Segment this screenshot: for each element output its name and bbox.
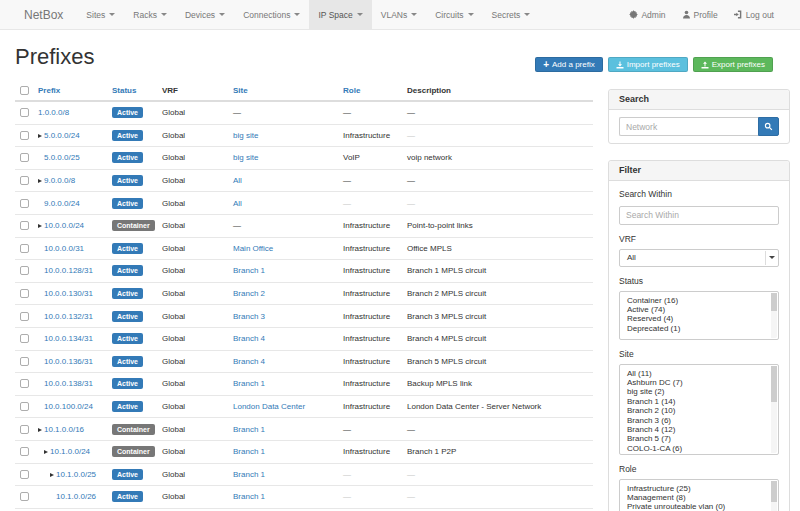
site-link[interactable]: All: [233, 199, 242, 208]
import-prefixes-button[interactable]: Import prefixes: [608, 57, 688, 72]
nav-item-circuits[interactable]: Circuits: [426, 0, 482, 29]
nav-item-ip-space[interactable]: IP Space: [309, 0, 371, 29]
row-checkbox[interactable]: [20, 176, 29, 185]
vrf-select[interactable]: All: [619, 249, 779, 267]
multiselect-option[interactable]: Deprecated (1): [627, 324, 769, 333]
scrollbar-thumb[interactable]: [771, 293, 777, 312]
site-multiselect[interactable]: All (11)Ashburn DC (7)big site (2)Branch…: [619, 364, 779, 455]
prefix-link[interactable]: 10.1.0.0/24: [50, 447, 90, 456]
site-link[interactable]: All: [233, 176, 242, 185]
multiselect-option[interactable]: Branch 1 (14): [627, 397, 769, 406]
multiselect-option[interactable]: All (11): [627, 369, 769, 378]
prefix-link[interactable]: 10.1.0.0/25: [56, 470, 96, 479]
row-checkbox[interactable]: [20, 131, 29, 140]
site-link[interactable]: Branch 1: [233, 379, 265, 388]
prefix-link[interactable]: 10.0.0.128/31: [44, 266, 93, 275]
prefix-link[interactable]: 5.0.0.0/24: [44, 131, 80, 140]
log-out-link[interactable]: Log out: [726, 0, 782, 29]
site-link[interactable]: Main Office: [233, 244, 273, 253]
site-link[interactable]: Branch 1: [233, 470, 265, 479]
row-checkbox[interactable]: [20, 312, 29, 321]
nav-item-vlans[interactable]: VLANs: [372, 0, 426, 29]
site-link[interactable]: Branch 2: [233, 289, 265, 298]
nav-item-secrets[interactable]: Secrets: [483, 0, 540, 29]
scrollbar-track[interactable]: [771, 366, 777, 453]
prefix-link[interactable]: 10.0.0.136/31: [44, 357, 93, 366]
multiselect-option[interactable]: big site (2): [627, 387, 769, 396]
site-link[interactable]: big site: [233, 131, 258, 140]
scrollbar-thumb[interactable]: [771, 366, 777, 403]
column-header-role[interactable]: Role: [343, 86, 407, 95]
prefix-link[interactable]: 10.0.0.132/31: [44, 312, 93, 321]
prefix-link[interactable]: 9.0.0.0/8: [44, 176, 75, 185]
column-header-site[interactable]: Site: [233, 86, 343, 95]
row-checkbox[interactable]: [20, 289, 29, 298]
multiselect-option[interactable]: Active (74): [627, 305, 769, 314]
site-link[interactable]: Branch 1: [233, 447, 265, 456]
multiselect-option[interactable]: Container (16): [627, 296, 769, 305]
site-link[interactable]: Branch 4: [233, 334, 265, 343]
row-checkbox[interactable]: [20, 447, 29, 456]
nav-item-connections[interactable]: Connections: [234, 0, 309, 29]
prefix-link[interactable]: 10.0.0.134/31: [44, 334, 93, 343]
site-link[interactable]: big site: [233, 153, 258, 162]
multiselect-option[interactable]: Infrastructure (25): [627, 484, 769, 493]
site-link[interactable]: Branch 1: [233, 266, 265, 275]
prefix-link[interactable]: 10.0.0.0/24: [44, 221, 84, 230]
scrollbar-track[interactable]: [771, 481, 777, 511]
scrollbar-thumb[interactable]: [771, 481, 777, 502]
multiselect-option[interactable]: Branch 2 (10): [627, 406, 769, 415]
row-checkbox[interactable]: [20, 108, 29, 117]
add-a-prefix-button[interactable]: +Add a prefix: [535, 57, 603, 72]
prefix-link[interactable]: 10.0.0.130/31: [44, 289, 93, 298]
row-checkbox[interactable]: [20, 266, 29, 275]
prefix-link[interactable]: 1.0.0.0/8: [38, 108, 69, 117]
row-checkbox[interactable]: [20, 492, 29, 501]
export-prefixes-button[interactable]: Export prefixes: [693, 57, 773, 72]
multiselect-option[interactable]: Branch 4 (12): [627, 425, 769, 434]
select-all-checkbox[interactable]: [20, 86, 29, 95]
multiselect-option[interactable]: Reserved (4): [627, 314, 769, 323]
nav-item-sites[interactable]: Sites: [77, 0, 124, 29]
multiselect-option[interactable]: COLO-1-CA (6): [627, 444, 769, 453]
multiselect-option[interactable]: Private unrouteable vlan (0): [627, 502, 769, 511]
multiselect-option[interactable]: Ashburn DC (7): [627, 378, 769, 387]
admin-link[interactable]: Admin: [621, 0, 673, 29]
site-link[interactable]: Branch 4: [233, 357, 265, 366]
status-multiselect[interactable]: Container (16)Active (74)Reserved (4)Dep…: [619, 291, 779, 340]
prefix-link[interactable]: 10.1.0.0/16: [44, 425, 84, 434]
multiselect-option[interactable]: Management (8): [627, 493, 769, 502]
site-link[interactable]: Branch 1: [233, 492, 265, 501]
row-checkbox[interactable]: [20, 379, 29, 388]
row-checkbox[interactable]: [20, 402, 29, 411]
row-checkbox[interactable]: [20, 425, 29, 434]
prefix-link[interactable]: 10.0.0.0/31: [44, 244, 84, 253]
multiselect-option[interactable]: Branch 3 (6): [627, 416, 769, 425]
nav-item-racks[interactable]: Racks: [124, 0, 176, 29]
row-checkbox[interactable]: [20, 470, 29, 479]
multiselect-option[interactable]: Branch 5 (7): [627, 434, 769, 443]
search-input[interactable]: [619, 117, 758, 136]
prefix-link[interactable]: 5.0.0.0/25: [44, 153, 80, 162]
row-checkbox[interactable]: [20, 199, 29, 208]
scrollbar-track[interactable]: [771, 293, 777, 338]
navbar-brand[interactable]: NetBox: [24, 0, 63, 29]
row-checkbox[interactable]: [20, 244, 29, 253]
prefix-link[interactable]: 9.0.0.0/24: [44, 199, 80, 208]
column-header-status[interactable]: Status: [112, 86, 162, 95]
search-within-input[interactable]: [619, 206, 779, 225]
role-multiselect[interactable]: Infrastructure (25)Management (8)Private…: [619, 479, 779, 511]
column-header-prefix[interactable]: Prefix: [38, 86, 112, 95]
row-checkbox[interactable]: [20, 153, 29, 162]
prefix-link[interactable]: 10.0.0.138/31: [44, 379, 93, 388]
row-checkbox[interactable]: [20, 334, 29, 343]
site-link[interactable]: Branch 3: [233, 312, 265, 321]
nav-item-devices[interactable]: Devices: [176, 0, 234, 29]
row-checkbox[interactable]: [20, 357, 29, 366]
prefix-link[interactable]: 10.1.0.0/26: [56, 492, 96, 501]
search-button[interactable]: [758, 117, 779, 136]
site-link[interactable]: London Data Center: [233, 402, 305, 411]
prefix-link[interactable]: 10.0.100.0/24: [44, 402, 93, 411]
site-link[interactable]: Branch 1: [233, 425, 265, 434]
profile-link[interactable]: Profile: [674, 0, 726, 29]
